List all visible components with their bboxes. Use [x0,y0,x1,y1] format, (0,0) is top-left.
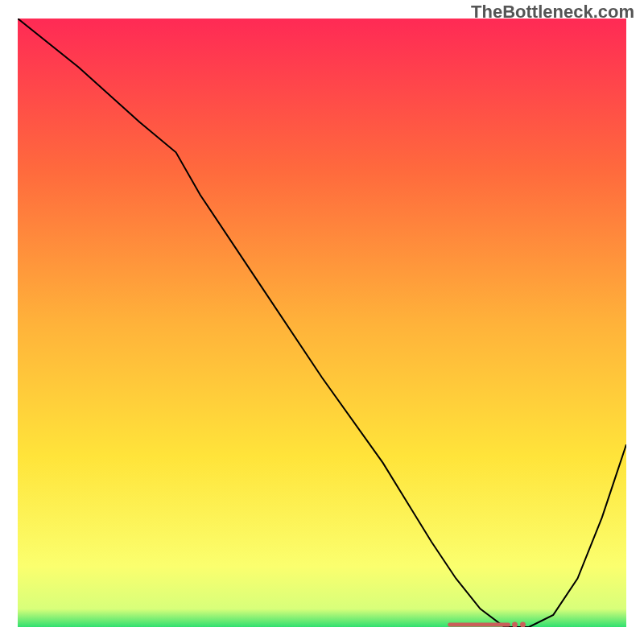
chart-svg [18,19,626,627]
gradient-background [18,19,626,627]
chart-stage: TheBottleneck.com [0,0,644,644]
plot-area [18,19,626,627]
